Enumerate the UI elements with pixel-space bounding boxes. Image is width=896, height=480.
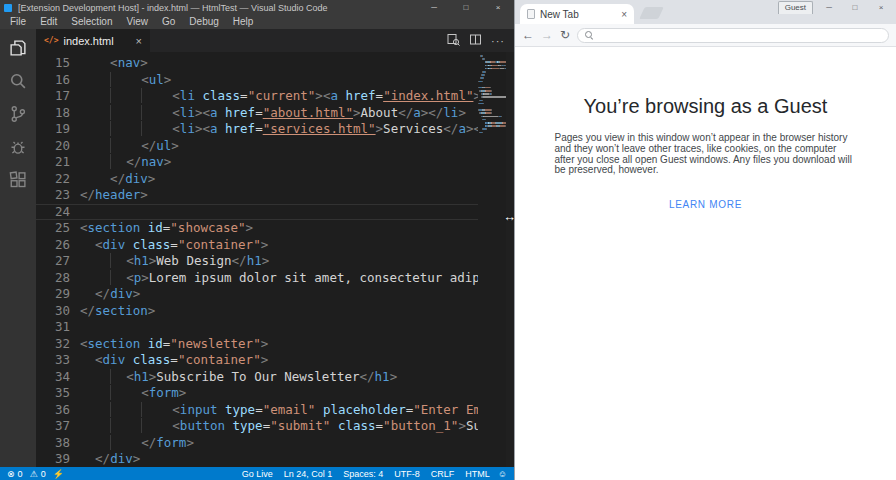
warning-icon: ⚠: [30, 469, 38, 479]
minimap-line: [478, 103, 506, 105]
code-line-37[interactable]: 37 <button type="submit" class="button_1…: [36, 418, 478, 435]
error-count: 0: [18, 469, 23, 479]
code-line-23[interactable]: 23</header>: [36, 187, 478, 204]
status-utf-8[interactable]: UTF-8: [394, 469, 420, 479]
chrome-tab-new-tab[interactable]: New Tab ×: [520, 4, 634, 24]
editor-actions: ···: [447, 29, 514, 52]
code-line-26[interactable]: 26 <div class="container">: [36, 237, 478, 254]
code-line-27[interactable]: 27 <h1>Web Design</h1>: [36, 253, 478, 270]
status-crlf[interactable]: CRLF: [431, 469, 455, 479]
debug-icon[interactable]: [8, 137, 28, 157]
chrome-close-button[interactable]: ×: [868, 0, 894, 15]
minimap-line: [478, 84, 506, 86]
code-line-18[interactable]: 18 <li><a href="about.html">About</a></l…: [36, 105, 478, 122]
menu-view[interactable]: View: [120, 15, 156, 29]
line-number: 17: [36, 88, 70, 105]
line-number: 16: [36, 72, 70, 89]
code-line-16[interactable]: 16 <ul>: [36, 72, 478, 89]
editor-group: </> index.html × ···: [36, 29, 514, 467]
feedback-smiley-icon[interactable]: ☺: [498, 469, 507, 479]
minimap-line: [478, 125, 506, 127]
menu-help[interactable]: Help: [226, 15, 261, 29]
menu-edit[interactable]: Edit: [33, 15, 64, 29]
menu-bar: FileEditSelectionViewGoDebugHelp: [0, 15, 514, 29]
problems-warnings[interactable]: ⚠ 0: [30, 469, 46, 479]
menu-selection[interactable]: Selection: [64, 15, 119, 29]
explorer-icon[interactable]: [8, 38, 28, 58]
line-number: 25: [36, 220, 70, 237]
activity-bar: [0, 29, 36, 467]
tab-close-button[interactable]: ×: [136, 35, 142, 47]
minimap-line: [478, 128, 506, 130]
reload-icon[interactable]: ↻: [560, 29, 570, 41]
status-bar: ⊗ 0 ⚠ 0 ⚡ Go LiveLn 24, Col 1Spaces: 4UT…: [0, 467, 514, 480]
minimap-line: [478, 68, 506, 70]
code-line-25[interactable]: 25<section id="showcase">: [36, 220, 478, 237]
tab-index-html[interactable]: </> index.html ×: [36, 29, 150, 52]
code-line-32[interactable]: 32<section id="newsletter">: [36, 336, 478, 353]
code-line-34[interactable]: 34 <h1>Subscribe To Our Newsletter</h1>: [36, 369, 478, 386]
status-html[interactable]: HTML: [465, 469, 490, 479]
address-bar[interactable]: [577, 28, 889, 43]
minimap-line: [478, 65, 506, 67]
code-line-33[interactable]: 33 <div class="container">: [36, 352, 478, 369]
code-line-20[interactable]: 20 </ul>: [36, 138, 478, 155]
minimap[interactable]: [478, 55, 506, 467]
minimap-line: [478, 96, 506, 98]
search-icon[interactable]: [8, 71, 28, 91]
more-actions-icon[interactable]: ···: [491, 35, 505, 47]
code-line-30[interactable]: 30</section>: [36, 303, 478, 320]
window-title: [Extension Development Host] - index.htm…: [18, 3, 418, 13]
back-icon[interactable]: ←: [522, 29, 534, 41]
new-tab-button[interactable]: [639, 7, 664, 19]
minimap-line: [478, 61, 506, 63]
split-editor-icon[interactable]: [469, 32, 482, 50]
code-line-29[interactable]: 29 </div>: [36, 286, 478, 303]
guest-page: You’re browsing as a Guest Pages you vie…: [515, 95, 896, 212]
code-line-19[interactable]: 19 <li><a href="services.html">Services<…: [36, 121, 478, 138]
chrome-window-controls: ─ □ ×: [816, 0, 894, 15]
problems-errors[interactable]: ⊗ 0: [7, 469, 23, 479]
bolt-icon[interactable]: ⚡: [53, 469, 64, 479]
minimap-line: [478, 71, 506, 73]
code-line-39[interactable]: 39 </div>: [36, 451, 478, 467]
code-line-28[interactable]: 28 <p>Lorem ipsum dolor sit amet, consec…: [36, 270, 478, 287]
code-line-21[interactable]: 21 </nav>: [36, 154, 478, 171]
status-spaces-4[interactable]: Spaces: 4: [343, 469, 383, 479]
code-line-36[interactable]: 36 <input type="email" placeholder="Ente…: [36, 402, 478, 419]
menu-debug[interactable]: Debug: [182, 15, 225, 29]
line-number: 20: [36, 138, 70, 155]
code-line-35[interactable]: 35 <form>: [36, 385, 478, 402]
source-control-icon[interactable]: [8, 104, 28, 124]
chrome-minimize-button[interactable]: ─: [816, 0, 842, 15]
status-go-live[interactable]: Go Live: [242, 469, 273, 479]
open-preview-icon[interactable]: [447, 32, 460, 50]
minimap-line: [478, 74, 506, 76]
vscode-logo-icon: [4, 4, 12, 12]
status-ln-24-col-1[interactable]: Ln 24, Col 1: [284, 469, 333, 479]
extensions-icon[interactable]: [8, 170, 28, 190]
code-line-15[interactable]: 15 <nav>: [36, 55, 478, 72]
chrome-tab-close-button[interactable]: ×: [621, 9, 627, 20]
editor-scrollbar[interactable]: [506, 52, 514, 467]
resize-cursor-icon: ↔: [503, 209, 516, 224]
menu-go[interactable]: Go: [155, 15, 182, 29]
code-line-31[interactable]: 31: [36, 319, 478, 336]
minimap-line: [478, 122, 506, 124]
chrome-maximize-button[interactable]: □: [842, 0, 868, 15]
code-line-17[interactable]: 17 <li class="current"><a href="index.ht…: [36, 88, 478, 105]
menu-file[interactable]: File: [3, 15, 33, 29]
vscode-close-button[interactable]: ×: [482, 0, 514, 15]
code-line-22[interactable]: 22 </div>: [36, 171, 478, 188]
code-line-24[interactable]: 24: [36, 204, 478, 221]
line-number: 28: [36, 270, 70, 287]
vscode-maximize-button[interactable]: □: [450, 0, 482, 15]
tab-label: index.html: [63, 35, 130, 47]
code-line-38[interactable]: 38 </form>: [36, 435, 478, 452]
learn-more-link[interactable]: LEARN MORE: [669, 199, 742, 210]
guest-profile-badge[interactable]: Guest: [778, 1, 813, 14]
line-number: 35: [36, 385, 70, 402]
forward-icon[interactable]: →: [541, 29, 553, 41]
code-area[interactable]: 15 <nav>16 <ul>17 <li class="current"><a…: [36, 55, 478, 467]
vscode-minimize-button[interactable]: ─: [418, 0, 450, 15]
